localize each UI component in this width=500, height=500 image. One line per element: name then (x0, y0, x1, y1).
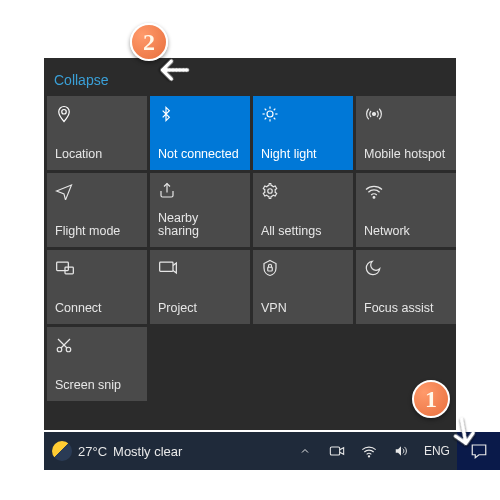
moon-icon (364, 258, 448, 278)
bluetooth-icon (158, 104, 242, 124)
tile-label: Focus assist (364, 302, 448, 316)
tile-allsettings[interactable]: All settings (253, 173, 353, 247)
svg-line-9 (274, 109, 276, 111)
tile-location[interactable]: Location (47, 96, 147, 170)
action-center-panel: Collapse Location Not connected (44, 58, 456, 430)
sun-icon (261, 104, 345, 124)
tile-label: Network (364, 225, 448, 239)
wifi-tray-icon[interactable] (360, 442, 378, 460)
weather-temp: 27°C (78, 444, 107, 459)
tile-label: Night light (261, 148, 345, 162)
tile-bluetooth[interactable]: Not connected (150, 96, 250, 170)
airplane-icon (55, 181, 139, 201)
tile-label: Connect (55, 302, 139, 316)
tile-label: Location (55, 148, 139, 162)
tile-network[interactable]: Network (356, 173, 456, 247)
project-icon (158, 258, 242, 278)
tile-nearbysharing[interactable]: Nearby sharing (150, 173, 250, 247)
svg-rect-17 (268, 267, 273, 271)
svg-point-0 (62, 110, 67, 115)
tile-project[interactable]: Project (150, 250, 250, 324)
quick-action-grid: Location Not connected Night light (44, 96, 456, 404)
tile-focusassist[interactable]: Focus assist (356, 250, 456, 324)
tile-screensnip[interactable]: Screen snip (47, 327, 147, 401)
annotation-badge-2: 2 (130, 23, 168, 61)
chevron-up-icon[interactable] (296, 442, 314, 460)
tile-connect[interactable]: Connect (47, 250, 147, 324)
tile-flightmode[interactable]: Flight mode (47, 173, 147, 247)
annotation-badge-1: 1 (412, 380, 450, 418)
hotspot-icon (364, 104, 448, 124)
vpn-icon (261, 258, 345, 278)
collapse-link[interactable]: Collapse (44, 58, 118, 96)
share-icon (158, 181, 242, 201)
language-indicator[interactable]: ENG (424, 444, 450, 458)
connect-icon (55, 258, 139, 278)
tile-label: Nearby sharing (158, 212, 242, 240)
location-icon (55, 104, 139, 124)
tile-label: Project (158, 302, 242, 316)
svg-line-6 (265, 109, 267, 111)
svg-rect-14 (57, 262, 69, 270)
tile-label: Screen snip (55, 379, 139, 393)
svg-marker-24 (396, 446, 401, 455)
volume-icon[interactable] (392, 442, 410, 460)
weather-icon (52, 441, 72, 461)
svg-point-1 (267, 111, 273, 117)
tile-label: Mobile hotspot (364, 148, 448, 162)
taskbar: 27°C Mostly clear ENG 02:02 (0, 432, 500, 470)
taskbar-bar: 27°C Mostly clear ENG 02:02 (44, 432, 500, 470)
svg-rect-22 (330, 447, 339, 455)
tile-vpn[interactable]: VPN (253, 250, 353, 324)
svg-line-8 (265, 118, 267, 120)
weather-desc: Mostly clear (113, 444, 182, 459)
meet-now-icon[interactable] (328, 442, 346, 460)
tile-nightlight[interactable]: Night light (253, 96, 353, 170)
svg-line-7 (274, 118, 276, 120)
tile-label: VPN (261, 302, 345, 316)
svg-point-10 (373, 113, 376, 116)
wifi-icon (364, 181, 448, 201)
snip-icon (55, 335, 139, 355)
tile-label: All settings (261, 225, 345, 239)
svg-point-23 (368, 456, 369, 457)
weather-widget[interactable]: 27°C Mostly clear (44, 441, 182, 461)
tile-label: Flight mode (55, 225, 139, 239)
svg-point-13 (373, 197, 375, 199)
gear-icon (261, 181, 345, 201)
tile-hotspot[interactable]: Mobile hotspot (356, 96, 456, 170)
svg-rect-16 (160, 262, 173, 271)
tile-label: Not connected (158, 148, 242, 162)
svg-point-12 (268, 189, 273, 194)
